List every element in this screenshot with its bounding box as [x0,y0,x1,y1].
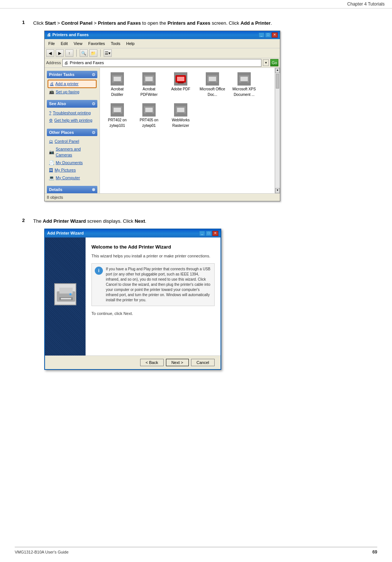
menu-favorites[interactable]: Favorites [86,40,107,48]
acrobat-distiller-label: Acrobat Distiller [104,86,130,97]
step-2-number: 2 [22,218,33,223]
address-label: Address [46,60,61,66]
step1-bold2: Control Panel [61,20,93,26]
printer-tasks-section: Printer Tasks ⊙ 🖨 Add a printer [47,71,97,97]
printer-item-acrobat-pdfwriter[interactable]: Acrobat PDFWriter [136,72,162,97]
page-footer: VMG1312-B10A User's Guide 69 [15,547,377,555]
win-title-text: Printers and Faxes [52,32,89,38]
step-1-number: 1 [22,20,33,25]
views-button[interactable]: ☰▾ [104,49,112,57]
svg-rect-17 [114,113,120,114]
ms-office-icon [206,72,219,86]
see-also-section: See Also ⊙ ? Troubleshoot printing [47,100,97,126]
page-number: 69 [372,549,377,555]
my-computer-label: My Computer [56,175,80,181]
troubleshoot-link[interactable]: ? Troubleshoot printing [48,109,97,117]
step2-bold2: Next [135,218,145,224]
win-statusbar: 8 objects [45,193,280,201]
step1-bold3: Printers and Faxes [98,20,141,26]
win-title-icon: 🖨 [47,32,51,38]
help-printing-icon: ⚙ [49,117,53,124]
address-field[interactable]: 🖨 Printers and Faxes [62,59,261,67]
other-places-header[interactable]: Other Places ⊙ [47,129,97,136]
my-pictures-link[interactable]: 🖼 My Pictures [48,166,97,174]
fax-icon: 📠 [49,89,54,95]
details-section: Details ⊗ [47,186,97,193]
my-documents-link[interactable]: 📄 My Documents [48,159,97,167]
svg-point-28 [69,293,72,295]
svg-rect-5 [146,82,152,83]
back-button[interactable]: ◀ [46,49,54,57]
computer-icon: 💻 [49,175,54,181]
svg-rect-2 [114,82,120,83]
wizard-title-text: Add Printer Wizard [47,230,84,236]
adobe-pdf-icon [174,72,187,86]
printer-item-ms-office[interactable]: Microsoft Office Doc... [200,72,225,97]
details-header[interactable]: Details ⊗ [47,186,97,193]
troubleshoot-icon: ? [49,110,51,116]
forward-button[interactable]: ▶ [56,49,64,57]
address-dropdown[interactable]: ▾ [263,59,269,66]
menu-view[interactable]: View [72,40,85,48]
printers-screenshot: 🖨 Printers and Faxes _ □ ✕ File Edit [44,31,370,202]
wizard-info-text: If you have a Plug and Play printer that… [106,267,211,303]
ms-xps-icon [237,72,251,86]
printer-item-webworks[interactable]: WebWorks Rasterizer [168,103,194,128]
printer-tasks-header[interactable]: Printer Tasks ⊙ [47,71,97,79]
my-computer-link[interactable]: 💻 My Computer [48,174,97,182]
control-panel-link[interactable]: 🗂 Control Panel [48,138,97,145]
scroll-up[interactable]: ▲ [275,68,280,73]
minimize-button[interactable]: _ [259,32,264,38]
troubleshoot-label: Troubleshoot printing [53,110,91,116]
setup-faxing-link[interactable]: 📠 Set up faxing [48,88,97,96]
step1-bold5: Add a Printer [240,20,271,26]
step-2-text: The Add Printer Wizard screen displays. … [33,218,370,377]
next-button[interactable]: Next > [166,359,189,366]
back-button[interactable]: < Back [140,359,164,366]
wizard-left-panel [45,237,86,355]
svg-rect-7 [177,77,184,81]
printer-item-ms-xps[interactable]: Microsoft XPS Document ... [231,72,257,97]
toolbar-separator [76,49,77,57]
scroll-thumb[interactable] [276,74,279,89]
maximize-button[interactable]: □ [265,32,271,38]
documents-icon: 📄 [49,160,54,166]
wizard-info-box: i If you have a Plug and Play printer th… [91,263,215,306]
wizard-minimize-button[interactable]: _ [199,231,205,236]
vertical-scrollbar[interactable]: ▲ ▼ [275,68,280,193]
pictures-icon: 🖼 [49,167,53,173]
go-button[interactable]: Go [270,59,278,66]
cancel-button[interactable]: Cancel [191,359,215,366]
folders-button[interactable]: 📁 [89,49,97,57]
step2-text-end: . [145,218,146,224]
wizard-titlebar: Add Printer Wizard _ □ ✕ [45,229,221,237]
my-documents-label: My Documents [56,160,83,166]
see-also-content: ? Troubleshoot printing ⚙ Get help with … [47,108,97,126]
menu-tools[interactable]: Tools [109,40,123,48]
close-button[interactable]: ✕ [272,32,278,38]
menu-help[interactable]: Help [124,40,137,48]
printer-item-prt402[interactable]: PRT402 on zytwp101 [104,103,130,128]
win-content: Acrobat Distiller Acrobat PDFWriter [100,68,275,193]
wizard-maximize-button[interactable]: □ [206,231,212,236]
address-value: Printers and Faxes [70,60,104,66]
win-toolbar: ◀ ▶ ↑ 🔍 📁 ☰▾ [45,48,280,58]
search-button[interactable]: 🔍 [80,49,88,57]
wizard-close-button[interactable]: ✕ [212,231,218,236]
scroll-down[interactable]: ▼ [275,188,280,193]
menu-edit[interactable]: Edit [59,40,70,48]
step1-text-after2: screen. Click [211,20,241,26]
svg-rect-14 [241,82,247,83]
help-printing-link[interactable]: ⚙ Get help with printing [48,117,97,124]
add-printer-icon: 🖨 [50,81,54,87]
scanners-cameras-link[interactable]: 📷 Scanners and Cameras [48,145,97,159]
address-icon: 🖨 [64,60,68,66]
printer-item-acrobat-distiller[interactable]: Acrobat Distiller [104,72,130,97]
add-printer-link[interactable]: 🖨 Add a printer [48,80,97,88]
printer-item-adobe-pdf[interactable]: Adobe PDF [168,72,194,97]
printer-item-prt405[interactable]: PRT405 on zytwp01 [136,103,162,128]
see-also-header[interactable]: See Also ⊙ [47,100,97,108]
win-body: Printer Tasks ⊙ 🖨 Add a printer [45,68,280,193]
menu-file[interactable]: File [46,40,57,48]
up-button[interactable]: ↑ [65,49,73,57]
